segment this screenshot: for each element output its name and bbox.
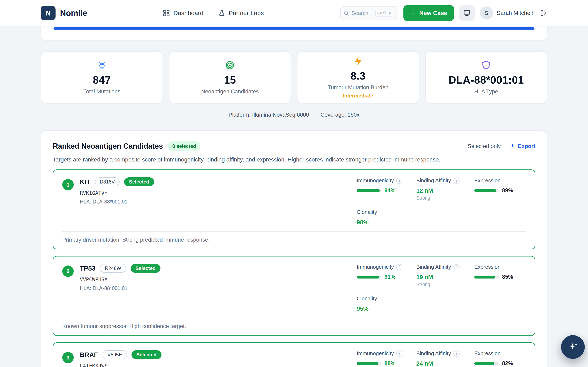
panel-title: Ranked Neoantigen Candidates [53,142,163,150]
selected-status-pill[interactable]: Selected [131,264,161,273]
nav-item-label: Partner Labs [229,9,264,17]
metric-binding-affinity: Binding Affinity? 12 nM Strong [416,177,472,201]
help-icon[interactable]: ? [396,350,402,357]
nav-item-label: Dashboard [173,9,203,17]
search-box[interactable]: Ctrl K [340,6,398,20]
peptide-sequence: VVPCWPHSA [80,276,160,282]
candidate-card-kit[interactable]: 1 KIT D816V Selected RVKIGATVH HLA: DLA-… [53,169,535,249]
stat-card-total-mutations: 847 Total Mutations [41,51,163,104]
stat-value: DLA-88*001:01 [449,74,524,86]
rank-badge: 3 [62,352,74,363]
help-icon[interactable]: ? [453,178,459,184]
stat-label: HLA Type [474,89,498,95]
logout-icon[interactable] [540,9,547,17]
nav-item-partner-labs[interactable]: Partner Labs [218,9,264,17]
metric-immunogenicity: Immunogenicity? 94% [357,177,414,201]
shield-icon [481,60,491,70]
progress-bar [53,27,535,30]
candidate-note: Known tumour suppressor. High confidence… [62,318,526,329]
stats-row: 847 Total Mutations 15 Neoantigen Candid… [41,51,547,104]
expression-bar [474,276,499,278]
brand-logo: N [41,6,56,20]
target-icon [225,60,235,70]
metric-immunogenicity: Immunogenicity? 91% [357,264,414,287]
export-button[interactable]: Export [510,143,535,150]
metric-expression: Expression 89% [474,177,526,201]
search-shortcut-kbd: Ctrl K [375,9,393,17]
metric-clonality: Clonality 95% [357,295,414,312]
ranked-candidates-panel: Ranked Neoantigen Candidates 8 selected … [41,130,547,367]
stat-label: Total Mutations [83,89,121,95]
immunogenicity-bar [357,189,381,192]
display-mode-button[interactable] [459,5,475,21]
stat-value: 15 [224,74,236,86]
candidate-card-braf[interactable]: 3 BRAF V595E Selected LATEKSRWS HLA: DLA… [53,342,535,367]
peptide-sequence: RVKIGATVH [80,190,154,196]
sequencing-meta: Platform: Illumina NovaSeq 6000 Coverage… [41,112,547,118]
hla-allele: HLA: DLA-88*001:01 [80,285,160,291]
dashboard-grid-icon [163,9,170,17]
panel-description: Targets are ranked by a composite score … [53,156,535,163]
gene-name: BRAF [80,351,98,359]
avatar: S [480,7,493,20]
scrolled-card-bottom [41,26,547,41]
rank-badge: 2 [62,266,74,277]
help-icon[interactable]: ? [453,264,459,270]
gene-name: KIT [80,178,90,186]
stat-card-hla-type: DLA-88*001:01 HLA Type [425,51,547,104]
hla-allele: HLA: DLA-88*001:01 [80,199,154,205]
stat-card-neoantigen-candidates: 15 Neoantigen Candidates [169,51,291,104]
gene-name: TP53 [80,265,95,272]
search-icon [343,10,349,16]
flask-icon [218,9,225,17]
coverage-text: Coverage: 150x [320,112,360,118]
candidate-note: Primary driver mutation. Strong predicte… [62,231,526,243]
help-icon[interactable]: ? [396,264,402,270]
candidate-card-tp53[interactable]: 2 TP53 R248W Selected VVPCWPHSA HLA: DLA… [53,256,535,336]
sparkle-icon [568,342,578,352]
nav-item-dashboard[interactable]: Dashboard [163,9,203,17]
expression-bar [474,189,499,192]
metric-expression: Expression 82% [474,350,526,367]
download-icon [510,143,515,149]
bolt-icon [353,56,363,66]
peptide-sequence: LATEKSRWS [80,363,162,367]
ai-assistant-fab[interactable] [561,335,585,359]
platform-text: Platform: Illumina NovaSeq 6000 [228,112,309,118]
help-icon[interactable]: ? [453,350,459,357]
metric-immunogenicity: Immunogenicity? 88% [357,350,414,367]
stat-card-tumour-mutation-burden: 8.3 Tumour Mutation Burden Intermediate [297,51,419,104]
metric-clonality: Clonality 98% [357,209,414,226]
mutation-pill: R248W [100,264,126,273]
selected-status-pill[interactable]: Selected [131,350,162,359]
selected-only-filter[interactable]: Selected only [467,143,501,150]
expression-bar [474,362,499,365]
metric-expression: Expression 85% [474,264,526,287]
search-input[interactable] [352,10,373,16]
stat-value: 847 [93,74,111,86]
immunogenicity-bar [357,362,381,365]
tmb-level-badge: Intermediate [343,93,373,99]
mutation-pill: D816V [95,177,120,186]
mutation-pill: V595E [103,350,127,359]
help-icon[interactable]: ? [396,178,402,184]
mutations-icon [97,60,107,70]
stat-value: 8.3 [351,70,366,82]
metric-binding-affinity: Binding Affinity? 19 nM Strong [416,264,472,287]
selected-count-badge: 8 selected [168,141,200,151]
stat-label: Tumour Mutation Burden [328,84,389,91]
stat-label: Neoantigen Candidates [201,89,259,95]
brand-name: Nomlie [60,8,87,18]
user-name: Sarah Mitchell [497,10,533,16]
top-navbar: N Nomlie Dashboard Partner Labs [0,0,588,26]
selected-status-pill[interactable]: Selected [124,177,154,186]
monitor-icon [463,9,471,17]
immunogenicity-bar [357,276,381,278]
rank-badge: 1 [62,179,74,191]
plus-icon [410,10,416,16]
user-menu[interactable]: S Sarah Mitchell [480,7,533,20]
metric-binding-affinity: Binding Affinity? 24 nM Strong [416,350,472,367]
new-case-button[interactable]: New Case [403,5,454,21]
